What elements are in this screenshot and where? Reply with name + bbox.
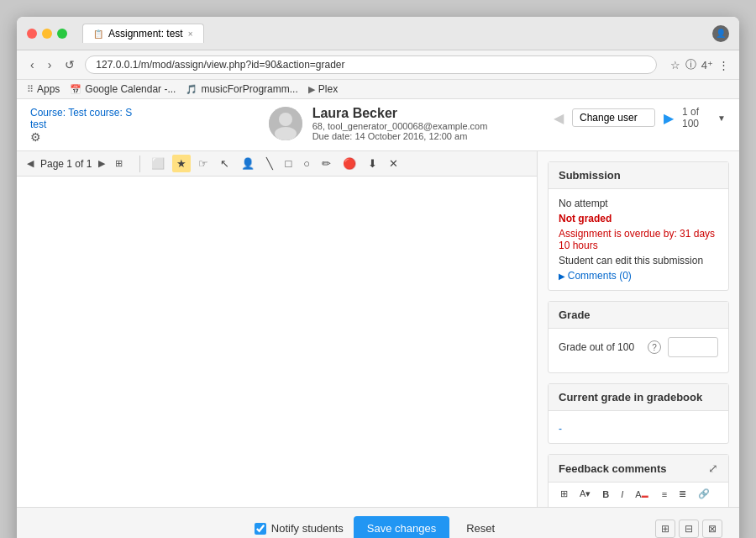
avatar-image: [269, 107, 302, 140]
next-student-button[interactable]: ▶: [662, 108, 675, 128]
bold-button[interactable]: B: [597, 486, 614, 502]
last-page-button[interactable]: ▶: [95, 156, 108, 171]
course-breadcrumb[interactable]: Course: Test course: S: [30, 107, 132, 119]
rectangle-tool-button[interactable]: ⬜: [147, 155, 169, 172]
text-color-button[interactable]: A▬: [630, 486, 653, 502]
gradebook-section: Current grade in gradebook -: [548, 383, 729, 444]
feedback-title: Feedback comments: [559, 462, 667, 475]
layout-single-button[interactable]: ⊟: [679, 520, 699, 538]
info-button[interactable]: ⓘ: [685, 57, 696, 72]
reset-button[interactable]: Reset: [459, 516, 501, 538]
student-counter: 1 of 100: [682, 106, 711, 129]
prev-student-button[interactable]: ◀: [552, 108, 565, 128]
course-info: Course: Test course: S test ⚙: [30, 106, 204, 144]
notify-students-label: Notify students: [255, 522, 344, 535]
layout-full-button[interactable]: ⊠: [702, 520, 722, 538]
filter-icon: ▼: [717, 113, 726, 123]
gradebook-value: -: [559, 423, 718, 435]
grade-help-icon[interactable]: ?: [648, 340, 661, 354]
highlight-tool-button[interactable]: ★: [172, 155, 191, 172]
gradebook-section-header: Current grade in gradebook: [549, 384, 728, 411]
grade-section: Grade Grade out of 100 ?: [548, 301, 729, 373]
bookmark-star-button[interactable]: ☆: [670, 57, 680, 72]
thumbnail-button[interactable]: ⊞: [112, 156, 126, 171]
italic-button[interactable]: I: [616, 486, 628, 502]
ordered-list-button[interactable]: ≣: [674, 486, 691, 502]
feedback-toolbar: ⊞ A▾ B I A▬ ≡ ≣ 🔗 ⛓ 🖼: [549, 483, 728, 507]
pencil-tool-button[interactable]: ✏: [318, 155, 335, 172]
student-info: Laura Becker 68, tool_generator_000068@e…: [204, 106, 552, 141]
reload-button[interactable]: ↺: [61, 56, 78, 73]
notify-students-text: Notify students: [271, 522, 344, 535]
download-tool-button[interactable]: ⬇: [364, 155, 381, 172]
gear-icon[interactable]: ⚙: [30, 130, 41, 144]
page-nav: ◀ Page 1 of 1 ▶ ⊞: [24, 156, 126, 171]
expand-feedback-button[interactable]: ⤢: [708, 462, 718, 475]
notify-students-checkbox[interactable]: [255, 523, 266, 535]
forward-button[interactable]: ›: [45, 56, 55, 73]
active-tab[interactable]: 📋 Assignment: test ×: [82, 24, 204, 43]
back-button[interactable]: ‹: [27, 56, 38, 73]
svg-point-2: [275, 127, 297, 140]
music-label: musicForProgramm...: [201, 83, 297, 95]
grade-label: Grade out of 100: [559, 341, 641, 353]
tab-favicon: 📋: [93, 29, 103, 39]
comments-link[interactable]: Comments (0): [559, 270, 718, 282]
drag-tool-button[interactable]: ☞: [194, 155, 213, 172]
due-date: Due date: 14 October 2016, 12:00 am: [312, 131, 488, 141]
plex-icon: ▶: [308, 84, 315, 95]
link-button[interactable]: 🔗: [693, 486, 715, 502]
can-edit-status: Student can edit this submission: [559, 255, 718, 266]
save-changes-button[interactable]: Save changes: [354, 516, 449, 538]
main-area: ◀ Page 1 of 1 ▶ ⊞ ⬜ ★ ☞ ↖ 👤 ╲ □ ○ ✏ 🔴: [17, 151, 739, 507]
music-bookmark[interactable]: 🎵 musicForProgramm...: [186, 83, 297, 95]
apps-icon: ⠿: [27, 84, 34, 95]
color-tool-button[interactable]: 🔴: [339, 155, 360, 172]
plex-bookmark[interactable]: ▶ Plex: [308, 83, 338, 95]
music-icon: 🎵: [186, 84, 197, 95]
circle-tool-button[interactable]: ○: [299, 155, 314, 172]
browser-toolbar-icons: ☆ ⓘ 4⁺ ⋮: [670, 57, 729, 72]
rect-outline-button[interactable]: □: [281, 155, 296, 172]
grade-input[interactable]: [668, 337, 718, 357]
table-insert-button[interactable]: ⊞: [555, 486, 573, 502]
unordered-list-button[interactable]: ≡: [657, 486, 672, 502]
submission-section-body: No attempt Not graded Assignment is over…: [549, 189, 728, 290]
student-name: Laura Becker: [312, 106, 488, 121]
svg-point-1: [279, 113, 292, 126]
change-user-select[interactable]: Change user: [572, 108, 655, 127]
course-sub-link[interactable]: test: [30, 119, 204, 130]
student-meta: 68, tool_generator_000068@example.com: [312, 121, 488, 131]
no-attempt-status: No attempt: [559, 198, 718, 209]
extension-button[interactable]: 4⁺: [701, 57, 713, 72]
traffic-lights: [27, 29, 67, 39]
url-input[interactable]: [85, 55, 656, 74]
line-tool-button[interactable]: ╲: [262, 155, 277, 172]
canvas-area: [17, 177, 537, 507]
font-size-button[interactable]: A▾: [575, 486, 596, 502]
user-select-container: Change user: [572, 108, 655, 127]
apps-label: Apps: [37, 83, 60, 95]
minimize-button[interactable]: [42, 29, 52, 39]
submission-area: ◀ Page 1 of 1 ▶ ⊞ ⬜ ★ ☞ ↖ 👤 ╲ □ ○ ✏ 🔴: [17, 151, 538, 507]
google-calendar-bookmark[interactable]: 📅 Google Calendar -...: [70, 83, 176, 95]
maximize-button[interactable]: [57, 29, 67, 39]
menu-button[interactable]: ⋮: [718, 57, 729, 72]
avatar: [269, 107, 302, 140]
close-button[interactable]: [27, 29, 37, 39]
pointer-tool-button[interactable]: ↖: [216, 155, 234, 172]
stamp-tool-button[interactable]: 👤: [237, 155, 259, 172]
layout-buttons: ⊞ ⊟ ⊠: [655, 520, 722, 538]
google-calendar-label: Google Calendar -...: [85, 83, 176, 95]
overdue-status: Assignment is overdue by: 31 days 10 hou…: [559, 228, 718, 251]
not-graded-status: Not graded: [559, 213, 718, 224]
layout-split-button[interactable]: ⊞: [655, 520, 675, 538]
bookmarks-bar: ⠿ Apps 📅 Google Calendar -... 🎵 musicFor…: [17, 80, 739, 99]
tab-close-button[interactable]: ×: [188, 29, 193, 39]
apps-bookmark[interactable]: ⠿ Apps: [27, 83, 60, 95]
clear-tool-button[interactable]: ✕: [385, 155, 402, 172]
gradebook-section-body: -: [549, 411, 728, 443]
submission-section: Submission No attempt Not graded Assignm…: [548, 161, 729, 291]
bottom-bar: Notify students Save changes Reset ⊞ ⊟ ⊠: [17, 507, 739, 538]
first-page-button[interactable]: ◀: [24, 156, 37, 171]
